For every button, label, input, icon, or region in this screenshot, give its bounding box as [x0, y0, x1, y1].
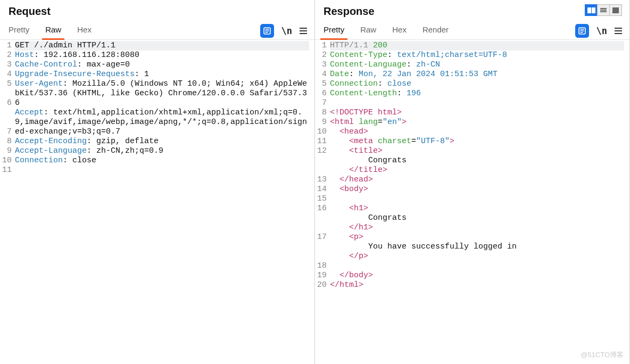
code-line[interactable]: <p> — [330, 233, 624, 242]
request-tab-actions: \n — [260, 24, 307, 38]
code-line[interactable]: <meta charset="UTF-8"> — [330, 137, 624, 146]
tab-pretty[interactable]: Pretty — [322, 22, 345, 39]
code-line[interactable] — [330, 98, 624, 108]
response-tabs-row: PrettyRawHexRender \n — [315, 18, 629, 40]
request-tabs: PrettyRawHex — [7, 22, 93, 39]
actions-icon[interactable] — [575, 24, 589, 38]
request-editor[interactable]: 12345.6..7891011 GET /./admin HTTP/1.1Ho… — [0, 40, 314, 364]
layout-full-button[interactable] — [609, 4, 622, 16]
code-line[interactable]: Connection: close — [330, 79, 624, 89]
tab-pretty[interactable]: Pretty — [7, 22, 30, 39]
menu-icon[interactable] — [615, 28, 622, 34]
response-tab-actions: \n — [575, 24, 622, 38]
newline-icon[interactable]: \n — [281, 26, 292, 36]
tab-raw[interactable]: Raw — [359, 22, 377, 39]
code-line[interactable]: Accept: text/html,application/xhtml+xml,… — [15, 108, 309, 137]
tab-render[interactable]: Render — [421, 22, 450, 39]
request-header: Request — [0, 0, 314, 18]
tab-raw[interactable]: Raw — [44, 22, 62, 39]
code-line[interactable]: </h1> — [330, 223, 624, 233]
code-line[interactable]: <head> — [330, 127, 624, 137]
response-title: Response — [324, 5, 375, 18]
code-line[interactable]: Upgrade-Insecure-Requests: 1 — [15, 70, 309, 79]
menu-icon[interactable] — [300, 28, 307, 34]
code-line[interactable]: <body> — [330, 185, 624, 194]
request-title: Request — [9, 5, 51, 18]
layout-toggle-group — [585, 4, 622, 16]
code-line[interactable]: GET /./admin HTTP/1.1 — [15, 41, 309, 51]
layout-split-button[interactable] — [585, 4, 598, 16]
code-line[interactable]: Cache-Control: max-age=0 — [15, 60, 309, 70]
code-line[interactable] — [15, 166, 309, 175]
code-line[interactable]: </head> — [330, 175, 624, 185]
code-line[interactable] — [330, 194, 624, 204]
code-line[interactable]: Accept-Language: zh-CN,zh;q=0.9 — [15, 146, 309, 156]
code-line[interactable]: Host: 192.168.116.128:8080 — [15, 51, 309, 60]
response-panel: Response PrettyRawHexRender \n 12345678 — [315, 0, 630, 364]
response-editor[interactable]: 123456789101112..13141516..17..181920 HT… — [315, 40, 629, 364]
response-header: Response — [315, 0, 629, 18]
code-line[interactable]: Date: Mon, 22 Jan 2024 01:51:53 GMT — [330, 70, 624, 79]
code-line[interactable]: </p> — [330, 252, 624, 261]
response-tabs: PrettyRawHexRender — [322, 22, 450, 39]
code-line[interactable]: <html lang="en"> — [330, 118, 624, 127]
code-line[interactable]: HTTP/1.1 200 — [330, 41, 624, 51]
watermark: @51CTO博客 — [581, 350, 624, 360]
actions-icon[interactable] — [260, 24, 274, 38]
code-line[interactable]: <title> — [330, 146, 624, 156]
code-line[interactable]: <h1> — [330, 204, 624, 213]
newline-icon[interactable]: \n — [596, 26, 607, 36]
code-line[interactable]: Connection: close — [15, 156, 309, 166]
code-line[interactable]: </body> — [330, 271, 624, 280]
tab-hex[interactable]: Hex — [391, 22, 408, 39]
code-line[interactable]: <!DOCTYPE html> — [330, 108, 624, 118]
code-line[interactable]: You have successfully logged in — [330, 242, 624, 252]
layout-list-button[interactable] — [597, 4, 610, 16]
tab-hex[interactable]: Hex — [76, 22, 93, 39]
code-line[interactable]: User-Agent: Mozilla/5.0 (Windows NT 10.0… — [15, 79, 309, 108]
request-panel: Request PrettyRawHex \n 12345.6..7891011… — [0, 0, 315, 364]
code-line[interactable]: Congrats — [330, 156, 624, 166]
code-line[interactable]: Accept-Encoding: gzip, deflate — [15, 137, 309, 146]
code-line[interactable]: Content-Language: zh-CN — [330, 60, 624, 70]
code-line[interactable]: Content-Type: text/html;charset=UTF-8 — [330, 51, 624, 60]
code-line[interactable]: </html> — [330, 280, 624, 290]
code-line[interactable] — [15, 175, 309, 185]
code-line[interactable]: </title> — [330, 166, 624, 175]
code-line[interactable]: Congrats — [330, 213, 624, 223]
code-line[interactable] — [330, 261, 624, 271]
request-tabs-row: PrettyRawHex \n — [0, 18, 314, 40]
code-line[interactable]: Content-Length: 196 — [330, 89, 624, 98]
